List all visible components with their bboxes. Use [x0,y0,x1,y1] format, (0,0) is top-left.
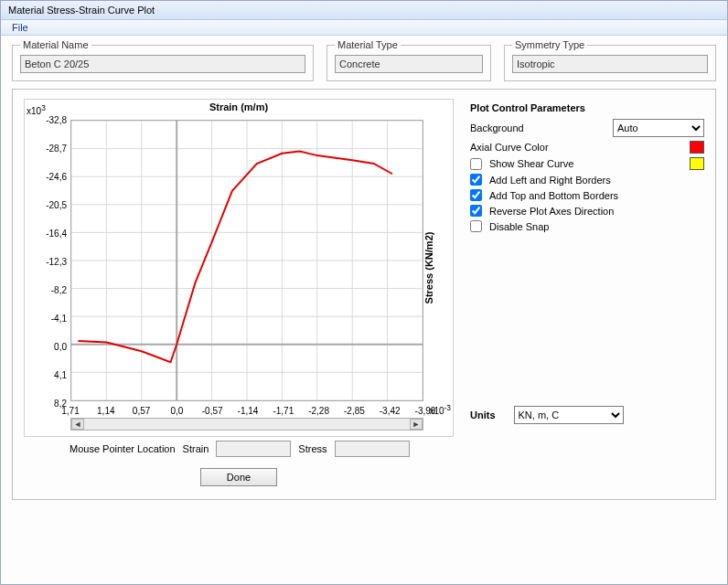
scroll-right-icon[interactable]: ► [410,419,423,430]
x-tick: 0,0 [170,406,183,416]
plot-box: Strain (m/m) x103 x10-3 Stress (KN/m2) [24,99,454,437]
x-tick: -1,71 [273,406,294,416]
material-type-field[interactable] [335,55,483,73]
show-shear-checkbox[interactable] [470,158,482,170]
chart-column: Strain (m/m) x103 x10-3 Stress (KN/m2) [24,99,454,486]
show-shear-label: Show Shear Curve [489,158,682,169]
plot-x-title: Strain (m/m) [25,100,453,112]
plot-hscrollbar[interactable]: ◄ ► [70,418,423,431]
x-tick: -2,85 [344,406,365,416]
y-tick: 4,1 [25,370,67,380]
plot-y-title: Stress (KN/m2) [424,232,435,304]
title-bar: Material Stress-Strain Curve Plot [1,1,727,20]
menu-bar: File [1,20,727,36]
axial-color-label: Axial Curve Color [470,142,682,153]
reverse-axes-checkbox[interactable] [470,205,482,217]
material-type-label: Material Type [335,39,401,50]
x-tick: -2,28 [308,406,329,416]
mouse-strain-label: Strain [183,443,209,454]
add-tb-label: Add Top and Bottom Borders [489,190,704,201]
x-tick: -3,99 [415,406,436,416]
add-lr-label: Add Left and Right Borders [489,175,704,186]
x-tick: 0,57 [133,406,150,416]
mouse-pointer-row: Mouse Pointer Location Strain Stress [24,441,454,457]
symmetry-type-label: Symmetry Type [512,39,587,50]
x-tick: 1,71 [61,406,79,416]
y-tick: -28,7 [25,144,67,154]
y-tick: 8,2 [25,399,67,409]
x-tick: -1,14 [238,406,259,416]
y-tick: -16,4 [25,229,67,239]
background-select[interactable]: Auto [613,119,704,137]
axial-curve [78,152,392,363]
y-tick: -24,6 [25,172,67,182]
mouse-stress-label: Stress [298,443,327,454]
disable-snap-checkbox[interactable] [470,220,482,232]
done-button[interactable]: Done [200,468,277,486]
controls-column: Plot Control Parameters Background Auto … [470,99,704,486]
y-tick: -8,2 [25,285,67,295]
symmetry-type-field[interactable] [512,55,708,73]
x-tick: -0,57 [202,406,223,416]
material-name-label: Material Name [20,39,91,50]
controls-title: Plot Control Parameters [470,102,704,113]
dialog-window: Material Stress-Strain Curve Plot File M… [0,0,728,585]
material-name-field[interactable] [20,55,305,73]
add-tb-checkbox[interactable] [470,189,482,201]
reverse-axes-label: Reverse Plot Axes Direction [489,206,704,217]
group-material-name: Material Name [12,45,314,81]
shear-color-swatch[interactable] [690,157,704,170]
y-tick: 0,0 [25,342,67,352]
mouse-stress-field [335,441,410,457]
mouse-strain-field [216,441,291,457]
add-lr-checkbox[interactable] [470,174,482,186]
x-tick: 1,14 [97,406,114,416]
window-title: Material Stress-Strain Curve Plot [8,5,155,16]
plot-canvas[interactable] [70,120,423,401]
group-material-type: Material Type [327,45,491,81]
y-tick: -4,1 [25,314,67,324]
group-symmetry-type: Symmetry Type [504,45,716,81]
client-area: Material Name Material Type Symmetry Typ… [1,36,727,584]
y-tick: -12,3 [25,257,67,267]
mouse-pointer-label: Mouse Pointer Location [70,443,176,454]
background-label: Background [470,122,605,133]
menu-file[interactable]: File [6,20,34,35]
units-select[interactable]: KN, m, C [514,406,624,424]
disable-snap-label: Disable Snap [489,221,704,232]
x-tick: -3,42 [380,406,401,416]
scroll-left-icon[interactable]: ◄ [71,419,84,430]
y-tick: -32,8 [25,115,67,125]
axial-color-swatch[interactable] [690,141,704,154]
units-label: Units [470,410,496,420]
y-tick: -20,5 [25,200,67,210]
main-group: Strain (m/m) x103 x10-3 Stress (KN/m2) [12,89,716,500]
